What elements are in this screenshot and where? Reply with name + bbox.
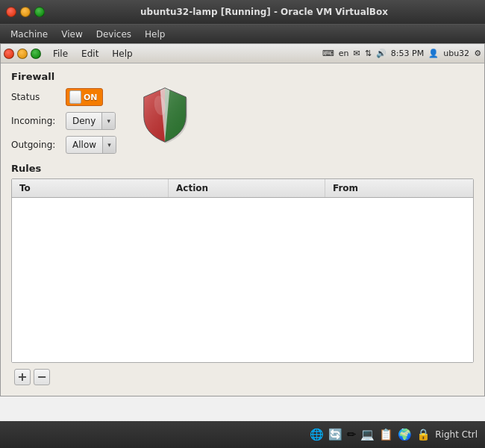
outgoing-row: Outgoing: Allow ▾	[11, 136, 116, 154]
col-action: Action	[169, 179, 325, 197]
col-to: To	[12, 179, 169, 197]
incoming-row: Incoming: Deny ▾	[11, 112, 116, 130]
status-toggle[interactable]: ON	[66, 88, 103, 106]
menu-view[interactable]: View	[55, 28, 88, 41]
incoming-value: Deny	[66, 116, 101, 126]
status-label: Status	[11, 92, 60, 102]
taskbar-icon-2[interactable]: 🔄	[328, 428, 342, 441]
inner-menu-help[interactable]: Help	[106, 47, 138, 60]
inner-menubar: File Edit Help ⌨ en ✉ ⇅ 🔊 8:53 PM 👤 ubu3…	[1, 44, 484, 63]
app-menubar: Machine View Devices Help	[0, 24, 485, 43]
inner-window-controls	[4, 49, 41, 59]
firewall-layout: Status ON Incoming: Deny ▾ Outg	[11, 88, 474, 154]
remove-rule-button[interactable]: −	[34, 369, 50, 385]
rules-table: To Action From	[11, 178, 474, 363]
taskbar-icon-7[interactable]: 🔒	[416, 428, 431, 441]
taskbar: 🌐 🔄 ✏️ 💻 📋 🌍 🔒 Right Ctrl	[0, 421, 485, 448]
outgoing-dropdown[interactable]: Allow ▾	[66, 136, 116, 154]
col-from: From	[325, 179, 473, 197]
incoming-dropdown[interactable]: Deny ▾	[66, 112, 116, 130]
incoming-label: Incoming:	[11, 116, 60, 126]
right-ctrl-label: Right Ctrl	[435, 429, 478, 440]
rules-actions: + −	[11, 363, 474, 388]
status-toggle-label: ON	[84, 93, 98, 102]
outgoing-value: Allow	[66, 140, 102, 150]
shield-container	[139, 84, 191, 146]
user-icon: 👤	[428, 49, 439, 58]
inner-menu-edit[interactable]: Edit	[75, 47, 104, 60]
minimize-button[interactable]	[20, 7, 31, 17]
firewall-controls: Status ON Incoming: Deny ▾ Outg	[11, 88, 116, 154]
menu-devices[interactable]: Devices	[90, 28, 137, 41]
toggle-knob	[69, 90, 81, 104]
menu-help[interactable]: Help	[139, 28, 171, 41]
window-controls	[6, 7, 45, 17]
title-bar: ubuntu32-lamp [Running] - Oracle VM Virt…	[0, 0, 485, 24]
status-row: Status ON	[11, 88, 116, 106]
volume-icon: 🔊	[376, 49, 387, 58]
keyboard-lang: en	[339, 49, 349, 58]
menu-machine[interactable]: Machine	[4, 28, 54, 41]
inner-window: File Edit Help ⌨ en ✉ ⇅ 🔊 8:53 PM 👤 ubu3…	[0, 43, 485, 396]
rules-title: Rules	[11, 163, 474, 174]
email-icon: ✉	[353, 49, 360, 58]
keyboard-icon: ⌨	[322, 49, 334, 58]
shield-icon	[139, 84, 191, 144]
close-button[interactable]	[6, 7, 16, 17]
taskbar-icon-4[interactable]: 💻	[360, 428, 375, 441]
settings-icon[interactable]: ⚙	[474, 49, 481, 58]
network-icon: ⇅	[365, 49, 372, 58]
rules-section: Rules To Action From + −	[11, 163, 474, 388]
maximize-button[interactable]	[34, 7, 45, 17]
inner-close-button[interactable]	[4, 49, 14, 59]
window-title: ubuntu32-lamp [Running] - Oracle VM Virt…	[49, 7, 479, 17]
outgoing-dropdown-arrow[interactable]: ▾	[102, 137, 116, 153]
outgoing-label: Outgoing:	[11, 140, 60, 150]
inner-menu-file[interactable]: File	[47, 47, 74, 60]
rules-body	[12, 198, 473, 362]
taskbar-icon-3[interactable]: ✏️	[347, 428, 357, 441]
inner-maximize-button[interactable]	[31, 49, 41, 59]
inner-minimize-button[interactable]	[17, 49, 28, 59]
rules-header: To Action From	[12, 179, 473, 198]
taskbar-icon-6[interactable]: 🌍	[398, 428, 412, 441]
main-content: Firewall Status ON Incoming: Deny ▾	[1, 63, 484, 396]
incoming-dropdown-arrow[interactable]: ▾	[101, 113, 115, 129]
user-name: ubu32	[443, 49, 469, 58]
firewall-title: Firewall	[11, 71, 474, 82]
add-rule-button[interactable]: +	[14, 369, 31, 385]
taskbar-icon-5[interactable]: 📋	[379, 428, 393, 441]
status-area: ⌨ en ✉ ⇅ 🔊 8:53 PM 👤 ubu32 ⚙	[322, 49, 481, 58]
taskbar-icon-1[interactable]: 🌐	[310, 428, 324, 441]
time-display: 8:53 PM	[391, 49, 424, 58]
